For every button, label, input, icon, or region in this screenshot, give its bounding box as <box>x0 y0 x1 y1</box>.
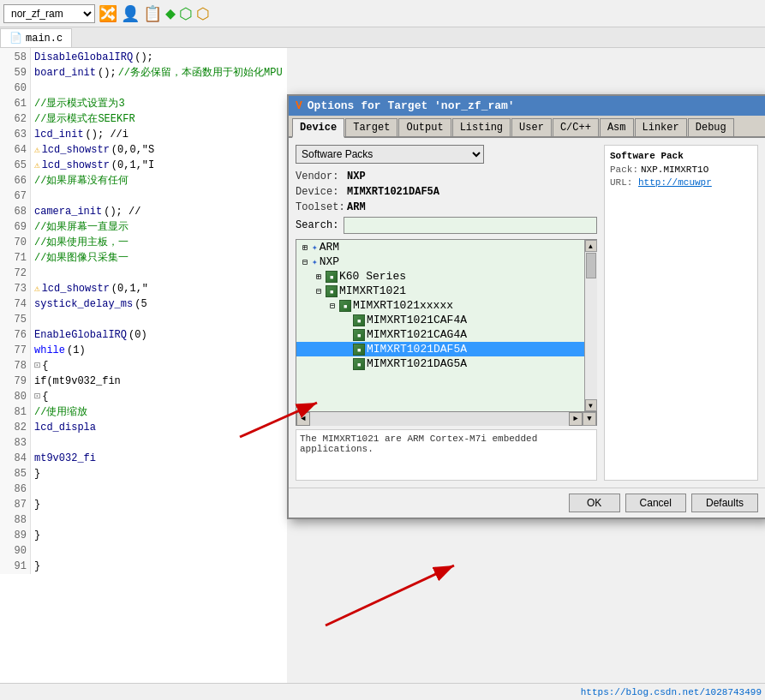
device-value: MIMXRT1021DAF5A <box>347 186 439 198</box>
svg-line-3 <box>326 565 454 625</box>
url-row: URL: http://mcuwpr <box>610 177 752 188</box>
code-line-61: //显示模式设置为3 <box>34 96 284 111</box>
tree-label-dag5a: MIMXRT1021DAG5A <box>367 357 467 370</box>
toolbar-icon-5[interactable]: ⬡ <box>179 4 193 23</box>
tree-item-arm[interactable]: ⊞ ✦ ARM <box>296 240 584 254</box>
tab-device[interactable]: Device <box>292 118 344 138</box>
toolset-value: ARM <box>347 201 366 213</box>
search-input[interactable] <box>344 217 597 234</box>
tab-linker[interactable]: Linker <box>635 118 687 136</box>
tree-item-cag4a[interactable]: ■ MIMXRT1021CAG4A <box>296 327 584 342</box>
hscroll-track <box>310 412 569 426</box>
nxp-logo-icon: ✦ <box>312 256 318 267</box>
search-label: Search: <box>296 219 338 231</box>
url-value[interactable]: http://mcuwpr <box>638 177 712 188</box>
spacer-cag4a <box>341 330 351 339</box>
tree-item-daf5a[interactable]: ■ MIMXRT1021DAF5A <box>296 342 584 356</box>
scroll-thumb[interactable] <box>586 253 596 278</box>
code-line-88 <box>34 512 284 528</box>
defaults-button[interactable]: Defaults <box>691 494 758 512</box>
scroll-up-btn[interactable]: ▲ <box>585 240 597 252</box>
code-line-72 <box>34 266 284 281</box>
tab-debug[interactable]: Debug <box>688 118 734 136</box>
dialog-title-text: Options for Target 'nor_zf_ram' <box>308 99 515 112</box>
tab-target[interactable]: Target <box>345 118 397 136</box>
code-line-60 <box>34 81 284 96</box>
tab-bar: 📄 main.c <box>0 27 765 48</box>
pack-value: NXP.MIMXRT1O <box>641 165 708 175</box>
toolbar-icon-4[interactable]: ◆ <box>165 3 176 24</box>
cancel-button[interactable]: Cancel <box>625 494 686 512</box>
dialog-footer: OK Cancel Defaults <box>289 488 765 518</box>
hscroll-left-btn[interactable]: ◄ <box>296 412 310 426</box>
vendor-value: NXP <box>347 171 366 182</box>
toolbar-icon-3[interactable]: 📋 <box>143 4 162 23</box>
code-line-86 <box>34 482 284 497</box>
tree-item-k60[interactable]: ⊞ ■ K60 Series <box>296 269 584 284</box>
status-url: https://blog.csdn.net/1028743499 <box>581 687 762 697</box>
tree-vscrollbar[interactable]: ▲ ▼ <box>584 240 596 411</box>
code-line-58: DisableGlobalIRQ(); <box>34 50 284 65</box>
tab-listing[interactable]: Listing <box>452 118 511 136</box>
code-line-89: } <box>34 528 284 543</box>
search-row: Search: <box>296 217 597 234</box>
dialog-title-icon: V <box>296 99 302 112</box>
expand-icon-nxp: ⊟ <box>300 257 310 267</box>
tree-label-nxp: NXP <box>320 255 339 268</box>
code-line-87: } <box>34 497 284 512</box>
chip-icon-daf5a: ■ <box>353 344 365 356</box>
hscroll-corner: ▼ <box>583 412 596 426</box>
code-line-59: board_init(); //务必保留，本函数用于初始化MPU 时钟 调试串口 <box>34 65 284 81</box>
chip-icon-caf4a: ■ <box>353 314 365 326</box>
code-line-77: while(1) <box>34 343 284 358</box>
chip-icon-dag5a: ■ <box>353 358 365 370</box>
vendor-label: Vendor: <box>296 171 347 182</box>
toolset-row: Toolset: ARM <box>296 201 597 213</box>
vendor-row: Vendor: NXP <box>296 171 597 182</box>
tab-main-c[interactable]: 📄 main.c <box>0 28 72 47</box>
tab-cpp[interactable]: C/C++ <box>553 118 599 136</box>
toolbar-icon-6[interactable]: ⬡ <box>196 4 210 23</box>
toolbar-icon-1: 🔀 <box>99 4 117 23</box>
code-line-63: lcd_init(); //i <box>34 127 284 142</box>
tab-asm[interactable]: Asm <box>600 118 634 136</box>
code-line-75 <box>34 312 284 327</box>
tree-item-caf4a[interactable]: ■ MIMXRT1021CAF4A <box>296 313 584 327</box>
tree-item-mimxrt1021[interactable]: ⊟ ■ MIMXRT1021 <box>296 284 584 298</box>
chip-icon-k60: ■ <box>326 271 338 283</box>
code-line-81: //使用缩放 <box>34 404 284 420</box>
software-packs-select[interactable]: Software Packs <box>296 145 484 164</box>
spacer-dag5a <box>341 359 351 368</box>
expand-icon-mimxrt1021: ⊟ <box>314 286 324 296</box>
status-bar: https://blog.csdn.net/1028743499 <box>0 683 765 700</box>
tree-item-mimxrt1021xxxxx[interactable]: ⊟ ■ MIMXRT1021xxxxx <box>296 298 584 313</box>
ok-button[interactable]: OK <box>569 494 620 512</box>
tree-item-nxp[interactable]: ⊟ ✦ NXP <box>296 254 584 269</box>
dialog-left-panel: Software Packs Vendor: NXP Device: MIMXR… <box>296 145 597 481</box>
tree-item-dag5a[interactable]: ■ MIMXRT1021DAG5A <box>296 356 584 371</box>
device-row: Device: MIMXRT1021DAF5A <box>296 186 597 198</box>
right-panel-title: Software Pack <box>610 151 752 161</box>
code-line-65: ⚠lcd_showstr(0,1,"I <box>34 158 284 173</box>
expand-icon-arm: ⊞ <box>300 242 310 253</box>
target-dropdown[interactable]: nor_zf_ram <box>3 4 95 23</box>
code-line-67 <box>34 188 284 204</box>
code-line-83 <box>34 435 284 451</box>
code-content[interactable]: DisableGlobalIRQ(); board_init(); //务必保留… <box>31 48 287 576</box>
device-tree[interactable]: ⊞ ✦ ARM ⊟ ✦ NXP ⊞ ■ K60 Series <box>296 240 584 411</box>
code-line-66: //如果屏幕没有任何 <box>34 173 284 188</box>
code-line-64: ⚠lcd_showstr(0,0,"S <box>34 142 284 158</box>
hscroll-right-btn[interactable]: ► <box>569 412 583 426</box>
tab-output[interactable]: Output <box>398 118 451 136</box>
scroll-down-btn[interactable]: ▼ <box>585 399 597 411</box>
file-icon: 📄 <box>9 32 22 45</box>
tab-user[interactable]: User <box>511 118 552 136</box>
code-line-70: //如果使用主板，一 <box>34 235 284 250</box>
code-line-91: } <box>34 559 284 574</box>
tree-hscrollbar[interactable]: ◄ ► ▼ <box>296 412 597 426</box>
tab-label: main.c <box>26 33 63 45</box>
toolbar-icon-2[interactable]: 👤 <box>121 4 140 23</box>
code-line-84: mt9v032_fi <box>34 451 284 466</box>
scroll-track <box>585 252 597 399</box>
code-line-62: //显示模式在SEEKFR <box>34 111 284 127</box>
